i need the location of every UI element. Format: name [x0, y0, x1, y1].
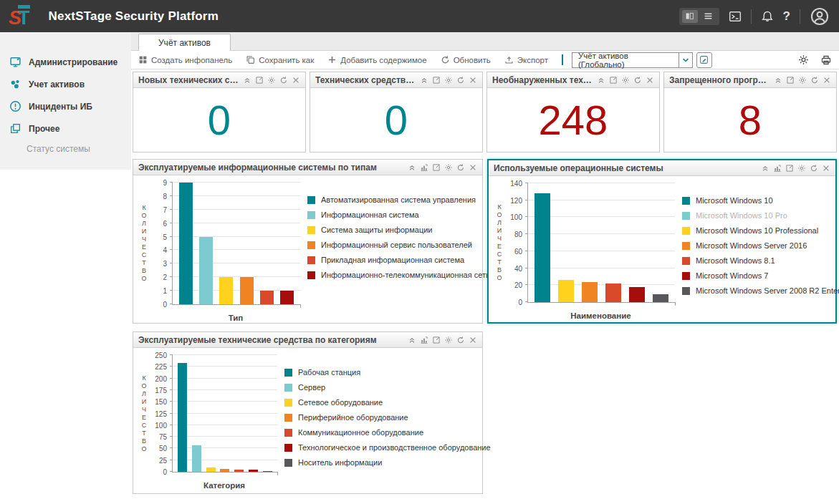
sidebar-item-4[interactable]: Прочее [0, 117, 131, 140]
panel-refresh-button[interactable] [810, 164, 818, 173]
panel-settings-button[interactable] [444, 76, 453, 84]
legend-item[interactable]: Microsoft Windows 10 Pro [682, 211, 839, 220]
chevron-down-icon[interactable] [679, 53, 692, 67]
panel-close-button[interactable] [292, 76, 300, 84]
open-window-button[interactable] [786, 76, 795, 84]
collapse-button[interactable] [761, 164, 770, 173]
toolbar-button-refresh[interactable]: Обновить [441, 55, 491, 64]
collapse-button[interactable] [420, 76, 428, 84]
panel-close-button[interactable] [823, 76, 831, 84]
collapse-button[interactable] [408, 163, 416, 172]
open-window-button[interactable] [255, 76, 264, 84]
open-window-button[interactable] [432, 76, 441, 84]
sidebar-subitem-system-status[interactable]: Статус системы [0, 140, 131, 161]
dashboard-settings-button[interactable] [798, 54, 809, 65]
tab-asset-accounting[interactable]: Учёт активов [138, 34, 231, 51]
chart-bar[interactable] [240, 277, 254, 304]
chart-bar[interactable] [199, 237, 213, 304]
chart-bar[interactable] [534, 193, 550, 302]
panel-close-button[interactable] [822, 164, 830, 173]
chart-bar[interactable] [192, 445, 201, 472]
view-select[interactable]: Учёт активов (Глобально) [572, 52, 693, 68]
legend-item[interactable]: Система защиты информации [307, 226, 490, 234]
toolbar-button-export[interactable]: Экспорт [504, 55, 548, 64]
legend-item[interactable]: Сервер [284, 383, 491, 392]
legend-item[interactable]: Рабочая станция [284, 368, 491, 377]
chart-bar[interactable] [280, 291, 294, 304]
chart-type-button[interactable] [420, 336, 428, 344]
panel-refresh-button[interactable] [279, 76, 288, 84]
terminal-button[interactable] [729, 10, 742, 23]
legend-item[interactable]: Microsoft Windows 10 Professional [682, 226, 839, 235]
chart-bar[interactable] [178, 363, 187, 472]
sidebar-item-2[interactable]: Учет активов [0, 73, 131, 95]
print-button[interactable] [820, 54, 832, 66]
panel-settings-button[interactable] [267, 76, 276, 84]
legend-item[interactable]: Сетевое оборудование [284, 398, 491, 407]
collapse-button[interactable] [243, 76, 251, 84]
open-window-button[interactable] [785, 164, 794, 173]
panel-close-button[interactable] [469, 163, 477, 172]
edit-view-icon[interactable] [696, 52, 712, 68]
open-window-button[interactable] [432, 336, 441, 344]
chart-bar[interactable] [582, 282, 598, 302]
collapse-button[interactable] [408, 336, 416, 344]
chart-bar[interactable] [249, 470, 258, 472]
open-window-button[interactable] [432, 163, 441, 172]
panel-settings-button[interactable] [621, 76, 630, 84]
legend-item[interactable]: Microsoft Windows Server 2016 [682, 241, 839, 250]
panel-refresh-button[interactable] [456, 76, 465, 84]
notifications-button[interactable] [761, 10, 774, 23]
toolbar-button-copy[interactable]: Сохранить как [246, 55, 314, 64]
panel-refresh-button[interactable] [456, 163, 465, 172]
collapse-button[interactable] [774, 76, 782, 84]
chart-bar[interactable] [558, 280, 574, 302]
legend-item[interactable]: Microsoft Windows Server 2008 R2 Enterpr… [682, 286, 839, 295]
legend-item[interactable]: Microsoft Windows 7 [682, 271, 839, 280]
panel-settings-button[interactable] [444, 336, 453, 344]
chart-bar[interactable] [179, 183, 193, 304]
legend-item[interactable]: Информационно-телекоммуникационная сеть [307, 271, 490, 279]
chart-type-button[interactable] [420, 163, 428, 172]
chart-bar[interactable] [263, 471, 272, 472]
chart-bar[interactable] [605, 284, 621, 302]
sidebar-item-1[interactable]: Администрирование [0, 51, 131, 73]
panel-settings-button[interactable] [798, 76, 807, 84]
chart-bar[interactable] [220, 469, 229, 472]
open-window-button[interactable] [609, 76, 618, 84]
legend-item[interactable]: Информационная система [307, 210, 490, 219]
avatar[interactable] [810, 6, 829, 26]
legend-item[interactable]: Автоматизированная система управления [307, 195, 490, 204]
panel-refresh-button[interactable] [456, 336, 465, 344]
chart-type-button[interactable] [773, 164, 782, 173]
chart-bar[interactable] [206, 467, 216, 472]
legend-item[interactable]: Информационный сервис пользователей [307, 241, 490, 249]
chart-bar[interactable] [234, 470, 244, 472]
legend-item[interactable]: Коммуникационное оборудование [284, 428, 491, 437]
panel-settings-button[interactable] [797, 164, 806, 173]
legend-item[interactable]: Microsoft Windows 8.1 [682, 256, 839, 265]
legend-item[interactable]: Прикладная информационная система [307, 256, 490, 264]
chart-bar[interactable] [260, 291, 274, 304]
collapse-button[interactable] [597, 76, 605, 84]
panel-close-button[interactable] [646, 76, 654, 84]
toolbar-button-grid[interactable]: Создать инфопанель [138, 55, 232, 64]
panel-close-button[interactable] [469, 76, 477, 84]
layout-list-button[interactable] [701, 10, 716, 23]
legend-item[interactable]: Периферийное оборудование [284, 413, 491, 422]
chart-bar[interactable] [219, 277, 233, 304]
toolbar-button-plus[interactable]: Добавить содержимое [327, 55, 426, 64]
sidebar-item-3[interactable]: Инциденты ИБ [0, 95, 131, 117]
legend-item[interactable]: Технологическое и производственное обору… [284, 443, 491, 452]
help-button[interactable]: ? [783, 9, 790, 24]
panel-refresh-button[interactable] [810, 76, 819, 84]
chart-bar[interactable] [653, 294, 668, 302]
panel-header-icons [408, 336, 477, 344]
legend-item[interactable]: Носитель информации [284, 458, 491, 467]
panel-refresh-button[interactable] [633, 76, 642, 84]
chart-bar[interactable] [629, 287, 645, 302]
panel-settings-button[interactable] [444, 163, 453, 172]
layout-columns-button[interactable] [682, 10, 698, 23]
legend-item[interactable]: Microsoft Windows 10 [682, 196, 839, 205]
panel-close-button[interactable] [469, 336, 477, 344]
